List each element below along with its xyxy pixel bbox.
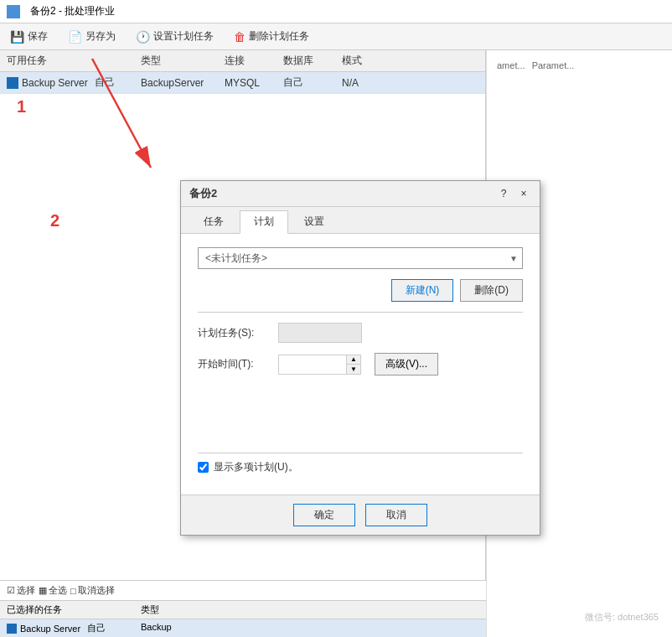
- col-header-task: 可用任务: [7, 54, 141, 68]
- bottom-panel: ☑ 选择 ▦ 全选 □ 取消选择 已选择的任务 类型 Backup Server…: [0, 580, 486, 637]
- select-btn[interactable]: ☑ 选择: [7, 584, 35, 597]
- bottom-toolbar: ☑ 选择 ▦ 全选 □ 取消选择: [0, 581, 486, 601]
- dialog-titlebar: 备份2 ? ×: [181, 181, 540, 207]
- delete-icon: 🗑: [234, 30, 246, 44]
- dialog-cancel-button[interactable]: 取消: [365, 504, 427, 526]
- save-icon: 💾: [10, 30, 24, 44]
- new-schedule-button[interactable]: 新建(N): [391, 279, 454, 302]
- schedule-dropdown-wrapper: <未计划任务> ▼: [198, 247, 523, 269]
- title-bar-text: 备份2 - 批处理作业: [30, 4, 115, 18]
- annotation-num1: 1: [17, 97, 26, 117]
- col-header-db: 数据库: [283, 54, 342, 68]
- advanced-button[interactable]: 高级(V)...: [375, 353, 438, 375]
- table-header: 可用任务 类型 连接 数据库 模式: [0, 50, 485, 72]
- form-row-schedule: 计划任务(S):: [198, 323, 523, 343]
- dialog-close-button[interactable]: ×: [516, 186, 531, 201]
- col-header-type: 类型: [141, 54, 225, 68]
- task-icon: [7, 77, 18, 89]
- dialog-title: 备份2: [189, 186, 217, 201]
- right-col1: amet...: [497, 60, 525, 70]
- right-col2: Paramet...: [532, 60, 575, 70]
- delete-task-button[interactable]: 🗑 删除计划任务: [230, 28, 313, 45]
- bottom-task-icon: [7, 624, 17, 634]
- schedule-task-label: 计划任务(S):: [198, 326, 265, 340]
- btn-row: 新建(N) 删除(D): [198, 279, 523, 302]
- annotation-num2: 2: [50, 211, 59, 230]
- dialog-ok-button[interactable]: 确定: [293, 504, 355, 526]
- task-table: 可用任务 类型 连接 数据库 模式 Backup Server 自己 Backu…: [0, 50, 485, 94]
- deselect-icon: □: [70, 586, 76, 596]
- dialog-tabs: 任务 计划 设置: [181, 207, 540, 234]
- dialog-controls: ? ×: [496, 186, 531, 201]
- col-header-mode: 模式: [342, 54, 401, 68]
- col-header-conn: 连接: [225, 54, 283, 68]
- bottom-table-row[interactable]: Backup Server 自己 Backup: [0, 619, 486, 637]
- checkbox-icon: ☑: [7, 585, 15, 596]
- table-row[interactable]: Backup Server 自己 BackupServer MYSQL 自己 N…: [0, 72, 485, 94]
- dropdown-row: <未计划任务> ▼: [198, 247, 523, 269]
- spinner-down-button[interactable]: ▼: [347, 365, 360, 374]
- save-as-button[interactable]: 📄 另存为: [65, 28, 119, 45]
- main-area: 可用任务 类型 连接 数据库 模式 Backup Server 自己 Backu…: [0, 50, 672, 637]
- clock-icon: 🕐: [136, 30, 150, 44]
- dialog-help-button[interactable]: ?: [496, 186, 511, 201]
- save-button[interactable]: 💾 保存: [7, 28, 51, 45]
- dialog: 备份2 ? × 任务 计划 设置 <未计划任务> ▼: [180, 180, 540, 536]
- spinner-up-button[interactable]: ▲: [347, 355, 360, 365]
- start-time-spinner: ▲ ▼: [278, 355, 361, 375]
- multi-schedule-label: 显示多项计划(U)。: [214, 460, 298, 474]
- schedule-task-button[interactable]: 🕐 设置计划任务: [132, 28, 217, 45]
- select-all-icon: ▦: [39, 585, 47, 596]
- task-name-cell: Backup Server 自己: [7, 75, 141, 90]
- bottom-table-header: 已选择的任务 类型: [0, 601, 486, 619]
- delete-schedule-button[interactable]: 删除(D): [460, 279, 523, 302]
- divider: [198, 312, 523, 313]
- checkbox-row: 显示多项计划(U)。: [198, 453, 523, 481]
- title-bar: 备份2 - 批处理作业: [0, 0, 672, 23]
- select-all-btn[interactable]: ▦ 全选: [39, 584, 67, 597]
- start-time-input[interactable]: [279, 356, 346, 373]
- spinner-buttons: ▲ ▼: [346, 355, 360, 374]
- dialog-footer: 确定 取消: [181, 495, 540, 535]
- dialog-content: <未计划任务> ▼ 新建(N) 删除(D) 计划任务(S): 开始时间(T):: [181, 234, 540, 495]
- title-bar-icon: [7, 5, 20, 18]
- schedule-task-input-disabled: [278, 323, 362, 343]
- save-as-icon: 📄: [68, 30, 82, 44]
- tab-task[interactable]: 任务: [189, 210, 238, 233]
- form-row-start-time: 开始时间(T): ▲ ▼ 高级(V)...: [198, 353, 523, 375]
- deselect-btn[interactable]: □ 取消选择: [70, 584, 115, 597]
- spacer: [198, 386, 523, 453]
- tab-settings[interactable]: 设置: [290, 210, 339, 233]
- bottom-task-cell: Backup Server 自己: [7, 622, 141, 634]
- tab-schedule[interactable]: 计划: [240, 210, 288, 234]
- start-time-label: 开始时间(T):: [198, 357, 265, 371]
- toolbar: 💾 保存 📄 另存为 🕐 设置计划任务 🗑 删除计划任务: [0, 23, 672, 50]
- schedule-dropdown[interactable]: <未计划任务>: [198, 247, 523, 269]
- multi-schedule-checkbox[interactable]: [198, 462, 209, 473]
